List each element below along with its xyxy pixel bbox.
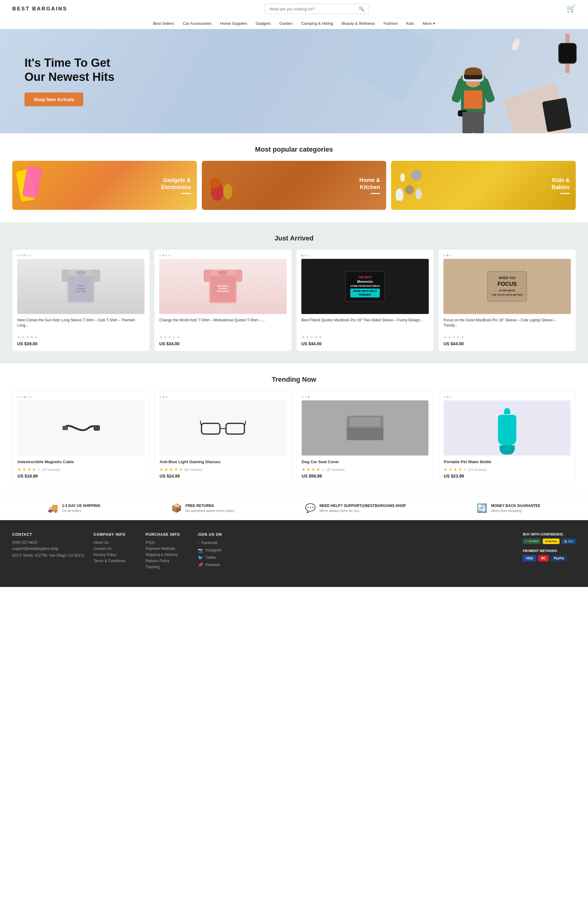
product-title: Dog Car Seat Cover <box>302 459 428 465</box>
trust-bar: 🚚 1-3 DAY US SHIPPING On all orders 📦 FR… <box>0 496 588 520</box>
nav-car-accessories[interactable]: Car Accessories <box>183 21 212 26</box>
trending-product-card[interactable]: Indestructible Magnetic Cable ★★★★★ (37 … <box>12 391 149 484</box>
product-dot-indicator <box>18 396 144 398</box>
footer-columns: CONTACT (949) 527-8625 support@bestbarga… <box>12 532 576 571</box>
trust-returns-title: FREE RETURNS <box>186 504 234 508</box>
nav-beauty-wellness[interactable]: Beauty & Wellness <box>341 21 375 26</box>
hero-headline: It's Time To GetOur Newest Hits <box>24 56 115 84</box>
product-dot-indicator <box>301 255 429 257</box>
footer-company-heading: COMPANY INFO <box>94 532 137 537</box>
product-card[interactable]: I'M GONNACHANGETHE WORLD Change the Worl… <box>154 250 292 351</box>
search-icon[interactable]: 🔍 <box>359 6 364 11</box>
product-card[interactable]: WHEN YOUFOCUSon the good,THE GOOD GETS B… <box>439 250 576 351</box>
home-product-img <box>208 164 239 207</box>
hero-vr-person <box>443 41 504 133</box>
just-arrived-grid: HERECOMESTHE SUN Here Comes the Sun Kids… <box>12 250 576 351</box>
hero-section: It's Time To GetOur Newest Hits Shop New… <box>0 29 588 133</box>
trending-product-card[interactable]: Anti-Blue Light Gaming Glasses ★★★★★ (42… <box>154 391 292 484</box>
product-image: WHEN YOUFOCUSon the good,THE GOOD GETS B… <box>443 259 571 314</box>
product-stars: ★★★★★ <box>17 335 145 339</box>
product-price: US $18.99 <box>18 473 38 478</box>
trending-product-card[interactable]: Dog Car Seat Cover ★★★★★ (37 reviews) US… <box>296 391 434 484</box>
footer-privacy-policy[interactable]: Privacy Policy <box>94 552 137 557</box>
footer-tracking[interactable]: Tracking <box>146 565 189 569</box>
trust-support: 💬 NEED HELP? support@bestbargains.shop W… <box>305 503 406 513</box>
footer-pinterest[interactable]: 📌 Pinterest <box>198 562 237 567</box>
svg-rect-3 <box>226 423 244 434</box>
nav-best-sellers[interactable]: Best Sellers <box>153 21 174 26</box>
footer-about-us[interactable]: About Us <box>94 540 137 545</box>
category-home[interactable]: Home &Kitchen <box>202 161 386 210</box>
product-dot-indicator <box>160 396 286 398</box>
guarantee-icon: 🔄 <box>477 503 487 513</box>
kids-product-img <box>394 164 428 207</box>
footer-payment-methods[interactable]: Payment Methods <box>146 546 189 551</box>
footer-terms[interactable]: Terms & Conditions <box>94 559 137 563</box>
product-dot-indicator <box>159 255 287 257</box>
trust-guarantee-subtitle: Worry-free shopping <box>491 509 521 512</box>
search-input[interactable] <box>270 7 359 11</box>
main-nav: Best Sellers Car Accessories Home Suppli… <box>0 18 588 29</box>
product-card[interactable]: HERECOMESTHE SUN Here Comes the Sun Kids… <box>12 250 149 351</box>
footer-social-col: JOIN US ON f Facebook 📷 Instagram 🐦 Twit… <box>198 532 237 571</box>
review-count: (37 reviews) <box>326 468 344 472</box>
payment-badges: VISA MC PayPal <box>523 555 576 562</box>
footer-faqs[interactable]: FAQs <box>146 540 189 545</box>
nav-home-supplies[interactable]: Home Supplies <box>220 21 247 26</box>
trust-guarantee-title: MONEY BACK GUARANTEE <box>491 504 540 508</box>
product-price: US $44.00 <box>443 341 464 346</box>
product-title: Here Comes the Sun Kids' Long Sleeve T-S… <box>17 318 145 333</box>
shop-new-arrivals-button[interactable]: Shop New Arrivals <box>24 92 83 106</box>
product-title: Portable Pet Water Bottle <box>444 459 570 465</box>
category-kids-label: Kids &Babies <box>552 177 570 194</box>
category-kids[interactable]: Kids &Babies <box>391 161 576 210</box>
logo[interactable]: BEST BARGAINS <box>12 6 67 12</box>
nav-fashion[interactable]: Fashion <box>383 21 397 26</box>
support-icon: 💬 <box>305 503 316 513</box>
trust-returns: 📦 FREE RETURNS No questions asked return… <box>171 503 234 513</box>
product-image: I'M GONNACHANGETHE WORLD <box>159 259 287 314</box>
footer-contact-us[interactable]: Contact Us <box>94 546 137 551</box>
footer-address: 815 E Street, #12709, San Diego, CA 9211… <box>12 552 84 558</box>
verified-badge: ✓ Verified <box>523 539 541 544</box>
product-dot-indicator <box>17 255 145 257</box>
trending-title: Trending Now <box>12 376 576 384</box>
trending-product-card[interactable]: Portable Pet Water Bottle ★★★★★ (33 revi… <box>439 391 576 484</box>
svg-rect-2 <box>202 423 220 434</box>
svg-line-5 <box>200 420 202 426</box>
footer-returns-policy[interactable]: Returns Policy <box>146 559 189 563</box>
pinterest-icon: 📌 <box>198 562 203 567</box>
nav-camping-hiking[interactable]: Camping & Hiking <box>301 21 333 26</box>
visa-badge: VISA <box>523 555 536 562</box>
trending-section: Trending Now Indestructible Magnetic Cab… <box>0 363 588 496</box>
nav-gadgets[interactable]: Gadgets <box>256 21 271 26</box>
nav-more[interactable]: More ▾ <box>423 21 435 26</box>
product-price: US $58.99 <box>302 473 322 478</box>
trust-shipping: 🚚 1-3 DAY US SHIPPING On all orders <box>47 503 100 513</box>
product-image: THE BESTMemoriesCOME FROM BAD IDEASDONE … <box>301 259 429 314</box>
product-image <box>18 401 144 455</box>
product-card[interactable]: THE BESTMemoriesCOME FROM BAD IDEASDONE … <box>296 250 434 351</box>
just-arrived-title: Just Arrived <box>12 234 576 242</box>
product-price: US $44.00 <box>301 341 321 346</box>
facebook-icon: f <box>198 540 199 545</box>
footer-social-heading: JOIN US ON <box>198 532 237 537</box>
category-gadgets[interactable]: Gadgets &Electronics <box>12 161 197 210</box>
cart-button[interactable]: 🛒 <box>567 5 576 13</box>
product-title: Change the World Kids' T-Shirt – Motivat… <box>159 318 287 333</box>
footer-shipping-delivery[interactable]: Shipping & Delivery <box>146 552 189 557</box>
hero-text: It's Time To GetOur Newest Hits Shop New… <box>24 56 115 106</box>
footer: CONTACT (949) 527-8625 support@bestbarga… <box>0 520 588 587</box>
review-count: (37 reviews) <box>42 468 60 472</box>
footer-twitter[interactable]: 🐦 Twitter <box>198 555 237 560</box>
nav-kids[interactable]: Kids <box>406 21 414 26</box>
footer-facebook[interactable]: f Facebook <box>198 540 237 545</box>
trust-returns-subtitle: No questions asked return policy <box>186 509 234 512</box>
product-dot-indicator <box>443 255 571 257</box>
product-image: HERECOMESTHE SUN <box>17 259 145 314</box>
payment-methods-section: PAYMENT METHODS: VISA MC PayPal <box>523 549 576 562</box>
nav-garden[interactable]: Garden <box>279 21 292 26</box>
footer-instagram[interactable]: 📷 Instagram <box>198 548 237 552</box>
product-title: Anti-Blue Light Gaming Glasses <box>160 459 286 465</box>
norton-badge: N Norton <box>543 539 559 544</box>
